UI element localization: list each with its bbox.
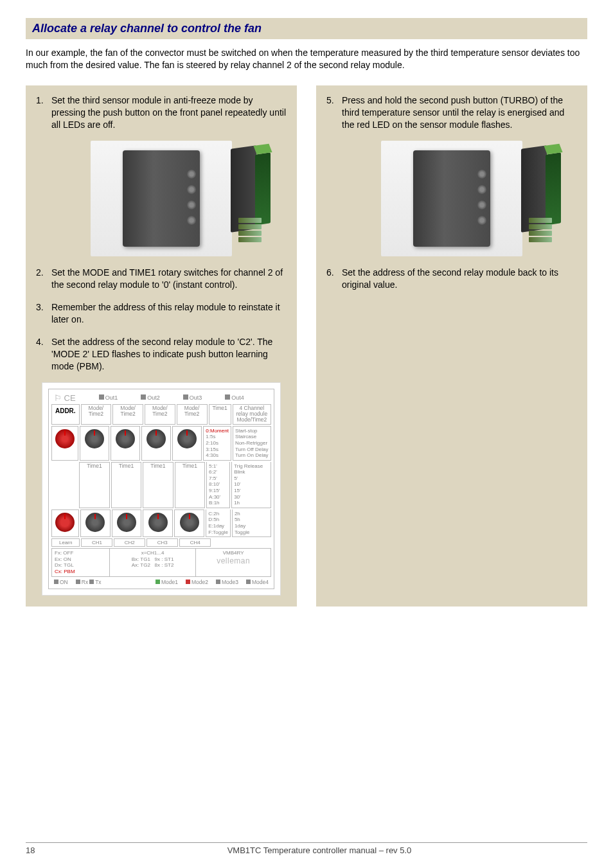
time1-legend-2: 5:1' 6:2' 7:5' 8:10' 9:15' A:30' B:1h [206,462,230,508]
brand-cell: VMB4RY velleman [196,549,271,576]
footer-title: VMB1TC Temperature controller manual – r… [51,846,587,855]
channel-label: CH4 [179,538,211,547]
step-text: Press and hold the second push button (T… [342,95,564,130]
left-steps-list: 1. Set the third sensor module in anti-f… [36,94,287,131]
mode-legend: Start-stop Staircase Non-Retrigger Turn … [233,426,271,461]
step-2: 2. Set the MODE and TIME1 rotary switche… [36,267,287,291]
time1-legend: 0:Moment 1:5s 2:10s 3:15s 4:30s [203,426,231,461]
knob-icon [187,200,196,209]
section-header: Allocate a relay channel to control the … [26,18,587,39]
two-column-layout: 1. Set the third sensor module in anti-f… [26,85,587,607]
diagram-inner: ⚐ CE Out1 Out2 Out3 Out4 ADDR. Mode/ Tim… [48,389,274,589]
mode-time2-label: Mode/ Time2 [145,404,175,425]
x-modes: x=CH1...4 Bx: TG1 9x : ST1 Ax: TG2 8x : … [110,549,197,576]
page-footer: 18 VMB1TC Temperature controller manual … [26,842,587,855]
diagram-dials-row-1: 0:Moment 1:5s 2:10s 3:15s 4:30s Start-st… [51,426,271,461]
step-text: Set the address of the second relay modu… [342,267,558,290]
time-dial-cell [174,509,204,537]
led-label: RxTx [76,579,102,585]
learn-label: Learn [51,538,80,547]
knob-icon [187,216,196,225]
mode-time2-label: Mode/ Time2 [81,404,112,425]
step-number: 2. [36,267,44,279]
time1-label: Time1 [79,462,109,508]
connector-pin [238,237,262,242]
rotary-dial-icon [116,429,135,448]
knob-icon [187,185,196,194]
device-enclosure [123,150,200,247]
connector-pin [529,231,552,236]
device-knobs [477,170,486,225]
diagram-channel-row: Learn CH1 CH2 CH3 CH4 [51,538,271,547]
led-label: Mode4 [246,579,269,585]
ce-mark-icon: ⚐ CE [54,393,76,403]
step-number: 3. [36,301,44,314]
device-connector [529,218,552,250]
step-text: Set the address of the second relay modu… [51,337,272,371]
diagram-out-labels: ⚐ CE Out1 Out2 Out3 Out4 [51,392,271,404]
step-4: 4. Set the address of the second relay m… [36,336,287,373]
diagram-dials-row-2: C:2h D:5h E:1day F:Toggle 2h 5h 1day Tog… [51,509,271,537]
addr-dial2-cell [51,509,79,537]
rotary-dial-icon [148,513,168,532]
mode-dial-cell [141,426,171,461]
mode-time2-header: 4 Channel relay moduleMode/Time2 [233,404,271,425]
left-steps-list-cont: 2. Set the MODE and TIME1 rotary switche… [36,267,287,372]
mode-dial-cell [80,426,109,461]
time-dial-cell [112,509,142,537]
mode-time2-label: Mode/ Time2 [177,404,208,425]
channel-label: CH2 [114,538,145,547]
time1-label: Time1 [143,462,173,508]
step-5: 5. Press and hold the second push button… [326,94,577,131]
out-label: Out1 [99,394,118,401]
step-number: 6. [326,267,334,279]
addr-modes: Fx: OFF Ex: ON Dx: TGL Cx: PBM [52,549,110,576]
connector-pin [529,237,552,242]
right-steps-list: 5. Press and hold the second push button… [326,94,577,131]
addr-dial-cell [51,426,78,461]
mode-legend-2: Trig Release Blink 5' 10' 15' 30' 1h [231,462,271,508]
channel-label: CH1 [81,538,112,547]
rotary-dial-icon [85,513,105,532]
connector-pin [238,224,262,229]
knob-icon [477,170,486,179]
device-photo-1 [91,141,232,256]
time1-label: Time1 [111,462,141,508]
mode-dial-cell [172,426,202,461]
out-label: Out3 [183,394,202,401]
knob-icon [187,170,196,179]
knob-icon [477,216,486,225]
empty-cell [51,462,78,508]
time1-label: Time1 [175,462,205,508]
rotary-dial-icon [117,513,136,532]
connector-pin [529,218,552,223]
time1-legend-3: C:2h D:5h E:1day F:Toggle [206,509,231,537]
mode-time2-label: Mode/ Time2 [112,404,143,425]
channel-label: CH3 [147,538,178,547]
time1-header: Time1 [209,404,231,425]
rotary-dial-icon [55,429,75,448]
step-number: 4. [36,336,44,348]
page-number: 18 [26,846,51,855]
led-label: Mode1 [155,579,178,585]
step-text: Set the MODE and TIME1 rotary switches f… [51,267,283,290]
device-pcb [546,153,561,226]
knob-icon [477,200,486,209]
knob-icon [477,185,486,194]
diagram-bottom-legend: Fx: OFF Ex: ON Dx: TGL Cx: PBM x=CH1...4… [51,548,271,576]
relay-module-diagram: ⚐ CE Out1 Out2 Out3 Out4 ADDR. Mode/ Tim… [42,383,280,595]
device-enclosure [413,150,490,247]
step-number: 1. [36,94,44,107]
led-label: Mode3 [216,579,238,585]
step-3: 3. Remember the address of this relay mo… [36,301,287,326]
rotary-dial-icon [180,513,199,532]
rotary-dial-icon [177,429,197,448]
step-text: Remember the address of this relay modul… [51,302,280,324]
connector-pin [529,224,552,229]
mode-legend-3: 2h 5h 1day Toggle [232,509,271,537]
step-6: 6. Set the address of the second relay m… [326,267,577,291]
intro-paragraph: In our example, the fan of the convector… [26,47,587,71]
time-dial-cell [80,509,111,537]
connector-pin [238,218,262,223]
diagram-header-row: ADDR. Mode/ Time2 Mode/ Time2 Mode/ Time… [51,404,271,425]
